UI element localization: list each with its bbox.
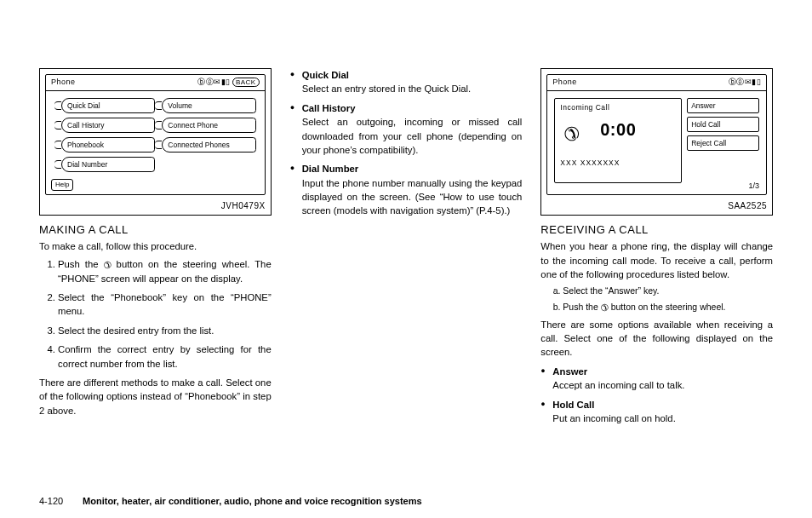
opt-heading: Hold Call xyxy=(552,400,594,410)
opt-dial-number: Dial Number Input the phone number manua… xyxy=(302,162,523,218)
phone-icon: ✆ xyxy=(104,259,112,273)
step-3: Select the desired entry from the list. xyxy=(58,324,272,337)
receiving-mid: There are some options available when re… xyxy=(540,318,773,360)
opt-heading: Answer xyxy=(552,366,587,377)
phone-menu-screen: Phone ⓑ⓪✉▮▯BACK Quick Dial Call History … xyxy=(45,74,266,195)
menu-quick-dial[interactable]: Quick Dial xyxy=(61,98,155,113)
substep-b: Push the ✆ button on the steering wheel. xyxy=(563,301,773,314)
making-outro: There are different methods to make a ca… xyxy=(39,376,272,417)
making-steps: Push the ✆ button on the steering wheel.… xyxy=(39,257,272,371)
status-icons: ⓑ⓪✉▮▯BACK xyxy=(197,77,259,88)
page-number: 4-120 xyxy=(39,496,80,506)
menu-dial-number[interactable]: Dial Number xyxy=(61,157,155,172)
opt-text: Select an outgoing, incoming or missed c… xyxy=(302,117,523,155)
figure-caption: JVH0479X xyxy=(45,200,266,213)
bluetooth-icon: ⓑ xyxy=(197,78,206,86)
recv-hold: Hold Call Put an incoming call on hold. xyxy=(552,398,773,426)
step-2: Select the “Phonebook” key on the “PHONE… xyxy=(58,291,272,319)
opt-heading: Call History xyxy=(302,103,356,113)
mail-icon: ✉ xyxy=(745,78,752,86)
menu-connect-phone[interactable]: Connect Phone xyxy=(162,118,255,133)
menu-call-history[interactable]: Call History xyxy=(61,118,155,133)
opt-heading: Quick Dial xyxy=(302,70,349,80)
incoming-call-screen: Phone ⓑ⓪✉▮▯ Incoming Call ✆ 0:00 XXX XXX… xyxy=(546,74,767,195)
mail-icon: ✉ xyxy=(214,78,221,86)
receiving-sub-steps: Select the “Answer” key. Push the ✆ butt… xyxy=(540,285,773,314)
opt-text: Input the phone number manually using th… xyxy=(302,178,523,216)
screen-title: Phone xyxy=(552,77,577,88)
signal-icon: ▮▯ xyxy=(752,78,761,86)
opt-text: Accept an incoming call to talk. xyxy=(552,380,684,390)
opt-heading: Dial Number xyxy=(302,164,359,174)
recv-answer: Answer Accept an incoming call to talk. xyxy=(552,365,773,393)
caller-number: XXX XXXXXXX xyxy=(560,158,676,168)
figure-incoming-call: Phone ⓑ⓪✉▮▯ Incoming Call ✆ 0:00 XXX XXX… xyxy=(540,68,773,216)
receive-options: Answer Accept an incoming call to talk. … xyxy=(540,365,773,426)
menu-volume[interactable]: Volume xyxy=(162,98,255,113)
column-middle: Quick Dial Select an entry stored in the… xyxy=(290,17,523,430)
back-button[interactable]: BACK xyxy=(232,78,260,87)
incoming-call-panel: Incoming Call ✆ 0:00 XXX XXXXXXX xyxy=(554,98,682,183)
mic-icon: ⓪ xyxy=(736,78,745,86)
phone-icon: ✆ xyxy=(601,302,609,315)
making-intro: To make a call, follow this procedure. xyxy=(39,239,272,253)
answer-button[interactable]: Answer xyxy=(687,98,759,113)
opt-text: Put an incoming call on hold. xyxy=(552,413,675,423)
figure-phone-menu: Phone ⓑ⓪✉▮▯BACK Quick Dial Call History … xyxy=(39,68,272,216)
menu-phonebook[interactable]: Phonebook xyxy=(61,137,155,153)
handset-icon: ✆ xyxy=(563,121,580,148)
incoming-label: Incoming Call xyxy=(560,102,676,112)
options-list: Quick Dial Select an entry stored in the… xyxy=(290,68,523,218)
screen-title: Phone xyxy=(51,77,76,88)
bluetooth-icon: ⓑ xyxy=(729,78,737,86)
receiving-intro: When you hear a phone ring, the display … xyxy=(540,239,773,281)
help-button[interactable]: Help xyxy=(51,179,73,191)
opt-quick-dial: Quick Dial Select an entry stored in the… xyxy=(302,68,523,96)
column-right: Phone ⓑ⓪✉▮▯ Incoming Call ✆ 0:00 XXX XXX… xyxy=(540,17,773,430)
page-footer: 4-120 Monitor, heater, air conditioner, … xyxy=(39,496,422,506)
manual-page: Phone ⓑ⓪✉▮▯BACK Quick Dial Call History … xyxy=(0,0,812,518)
heading-making-call: MAKING A CALL xyxy=(39,222,272,239)
menu-connected-phones[interactable]: Connected Phones xyxy=(162,137,255,153)
figure-caption: SAA2525 xyxy=(546,200,767,213)
signal-icon: ▮▯ xyxy=(221,78,231,86)
reject-call-button[interactable]: Reject Call xyxy=(687,135,759,151)
opt-call-history: Call History Select an outgoing, incomin… xyxy=(302,101,523,158)
status-icons: ⓑ⓪✉▮▯ xyxy=(729,77,762,88)
hold-call-button[interactable]: Hold Call xyxy=(687,117,759,132)
page-indicator: 1/3 xyxy=(749,181,760,192)
opt-text: Select an entry stored in the Quick Dial… xyxy=(302,83,471,94)
step-4: Confirm the correct entry by selecting f… xyxy=(58,342,272,371)
step-1: Push the ✆ button on the steering wheel.… xyxy=(58,257,272,285)
column-left: Phone ⓑ⓪✉▮▯BACK Quick Dial Call History … xyxy=(39,17,272,430)
section-title: Monitor, heater, air conditioner, audio,… xyxy=(83,496,422,506)
mic-icon: ⓪ xyxy=(206,78,214,86)
substep-a: Select the “Answer” key. xyxy=(563,285,773,297)
heading-receiving-call: RECEIVING A CALL xyxy=(540,222,773,239)
